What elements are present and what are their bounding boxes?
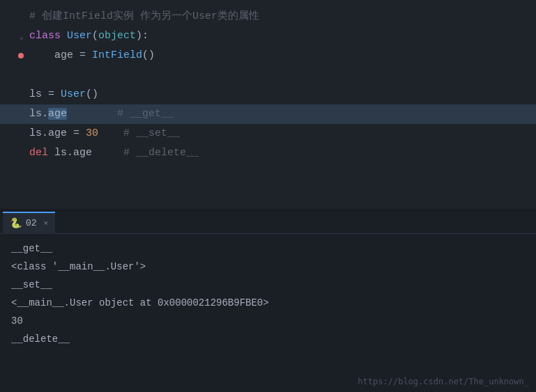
- line-1-content: # 创建IntField实例 作为另一个User类的属性: [29, 7, 259, 26]
- watermark: https://blog.csdn.net/The_unknown_: [358, 377, 529, 386]
- terminal-tab-02[interactable]: 🐍 02 ×: [3, 212, 55, 234]
- terminal-tab-bar: 🐍 02 ×: [0, 212, 536, 234]
- line-6-content: ls.age # __get__: [29, 104, 174, 124]
- output-line-5: 30: [11, 312, 525, 330]
- python-icon: 🐍: [10, 217, 22, 229]
- output-line-1: __get__: [11, 240, 525, 258]
- line-5-content: ls = User(): [29, 85, 98, 104]
- code-line-1: # 创建IntField实例 作为另一个User类的属性: [0, 7, 536, 26]
- output-line-4: <__main__.User object at 0x0000021296B9F…: [11, 294, 525, 312]
- code-line-3: age = IntField(): [0, 46, 536, 65]
- line-2-content: class User(object):: [29, 26, 148, 46]
- output-line-3: __set__: [11, 276, 525, 294]
- terminal-output: __get__ <class '__main__.User'> __set__ …: [0, 234, 536, 392]
- debug-dot: [18, 53, 24, 58]
- editor-panel: # 创建IntField实例 作为另一个User类的属性 ⌄ class Use…: [0, 0, 536, 209]
- gutter-3: [7, 53, 24, 58]
- line-3-content: age = IntField(): [29, 46, 155, 65]
- line-7-content: ls.age = 30 # __set__: [29, 124, 180, 143]
- collapse-icon: ⌄: [19, 32, 24, 41]
- code-line-7: ls.age = 30 # __set__: [0, 124, 536, 143]
- code-line-8: del ls.age # __delete__: [0, 143, 536, 163]
- code-line-6: ls.age # __get__: [0, 104, 536, 124]
- output-line-6: __delete__: [11, 330, 525, 348]
- close-tab-icon[interactable]: ×: [44, 219, 49, 228]
- code-line-2: ⌄ class User(object):: [0, 26, 536, 46]
- gutter-2: ⌄: [7, 32, 24, 41]
- terminal-panel: 🐍 02 × __get__ <class '__main__.User'> _…: [0, 212, 536, 392]
- code-line-4: [0, 65, 536, 85]
- line-8-content: del ls.age # __delete__: [29, 143, 199, 163]
- code-line-5: ls = User(): [0, 85, 536, 104]
- output-line-2: <class '__main__.User'>: [11, 258, 525, 276]
- terminal-tab-label: 02: [26, 218, 37, 228]
